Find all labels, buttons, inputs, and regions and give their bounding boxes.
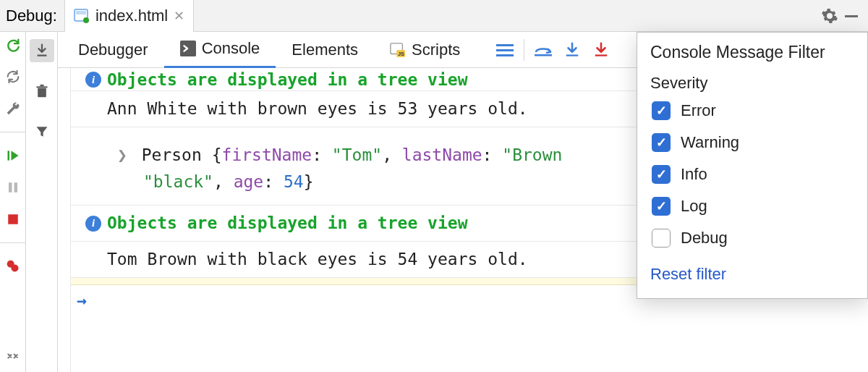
scroll-to-end-button[interactable] [30, 39, 54, 62]
filter-option-warning[interactable]: ✓Warning [652, 133, 854, 152]
check-icon: ✓ [656, 135, 667, 151]
minimize-icon[interactable] [841, 8, 862, 24]
tab-elements-label: Elements [292, 41, 358, 59]
menu-icon[interactable] [490, 43, 519, 57]
svg-point-2 [83, 17, 89, 23]
console-text: Objects are displayed in a tree view [107, 214, 468, 232]
filter-option-label: Error [681, 101, 716, 120]
svg-rect-12 [36, 86, 47, 88]
svg-rect-11 [38, 88, 46, 97]
console-text: Ann White with brown eyes is 53 years ol… [107, 99, 528, 118]
file-tab[interactable]: index.html ✕ [64, 0, 194, 32]
svg-rect-5 [9, 182, 12, 193]
chevron-right-icon[interactable]: ❯ [117, 145, 127, 164]
console-text: Tom Brown with black eyes is 54 years ol… [107, 250, 528, 269]
svg-rect-4 [7, 151, 9, 160]
pause-icon[interactable] [4, 179, 22, 196]
svg-rect-3 [845, 15, 858, 17]
svg-rect-23 [595, 54, 608, 56]
svg-rect-19 [496, 49, 514, 51]
reset-filter-link[interactable]: Reset filter [650, 265, 726, 284]
check-icon: ✓ [656, 198, 667, 214]
breakpoints-icon[interactable] [4, 258, 22, 275]
info-badge-icon: i [85, 72, 101, 88]
step-force-icon[interactable] [587, 42, 616, 58]
checkbox-icon[interactable]: ✓ [652, 197, 671, 216]
svg-rect-6 [14, 182, 17, 193]
tab-scripts-label: Scripts [412, 41, 460, 59]
console-text: Objects are displayed in a tree view [107, 68, 468, 91]
obj-eyes: black [153, 172, 203, 191]
filter-button[interactable] [30, 120, 54, 143]
filter-option-label: Warning [681, 133, 739, 152]
filter-section-label: Severity [650, 74, 854, 93]
svg-rect-21 [535, 54, 552, 56]
filter-option-label: Info [681, 165, 707, 184]
checkbox-icon[interactable]: ✓ [652, 165, 671, 184]
check-icon: ✓ [656, 166, 667, 182]
filter-option-log[interactable]: ✓Log [652, 197, 854, 216]
filter-option-debug[interactable]: Debug [652, 229, 854, 248]
resume-icon[interactable] [4, 147, 22, 164]
tab-debugger-label: Debugger [78, 41, 148, 59]
svg-text:JS: JS [398, 51, 404, 57]
object-class: Person [142, 145, 202, 164]
tab-console-label: Console [202, 39, 260, 58]
svg-rect-13 [40, 85, 43, 87]
svg-rect-7 [8, 214, 18, 224]
info-badge-icon: i [85, 216, 101, 232]
console-tab-icon [180, 41, 196, 56]
svg-rect-1 [76, 11, 86, 14]
svg-rect-22 [566, 54, 579, 56]
panel-name: Debug: [3, 7, 64, 25]
html-file-icon [74, 8, 90, 24]
stop-icon[interactable] [4, 211, 22, 228]
svg-rect-10 [37, 55, 46, 56]
checkbox-icon[interactable] [652, 229, 671, 248]
svg-rect-18 [496, 44, 514, 46]
obj-age: 54 [284, 172, 304, 191]
prompt-arrow-icon: → [77, 291, 87, 310]
obj-lastName: Brown [512, 145, 562, 164]
check-icon: ✓ [656, 103, 667, 119]
scripts-tab-icon: JS [390, 42, 406, 58]
step-over-icon[interactable] [529, 42, 558, 58]
svg-rect-20 [496, 54, 514, 56]
rerun-icon[interactable] [4, 36, 22, 54]
tab-scripts[interactable]: JS Scripts [374, 32, 476, 68]
filter-option-error[interactable]: ✓Error [652, 101, 854, 120]
checkbox-icon[interactable]: ✓ [652, 101, 671, 120]
obj-firstName: Tom [342, 145, 373, 164]
tab-console[interactable]: Console [164, 32, 276, 68]
console-message-filter-popup: Console Message Filter Severity ✓Error✓W… [637, 32, 868, 299]
tab-debugger[interactable]: Debugger [62, 32, 164, 68]
filter-option-info[interactable]: ✓Info [652, 165, 854, 184]
more-icon[interactable] [4, 347, 22, 365]
refresh-icon[interactable] [4, 68, 22, 85]
svg-point-9 [11, 265, 18, 272]
settings-gear-icon[interactable] [819, 7, 841, 25]
filter-title: Console Message Filter [650, 43, 854, 62]
wrench-icon[interactable] [4, 100, 22, 117]
clear-button[interactable] [30, 80, 54, 103]
filter-option-label: Debug [681, 229, 728, 248]
filter-option-label: Log [681, 197, 707, 216]
file-tab-name: index.html [95, 7, 168, 25]
close-tab-icon[interactable]: ✕ [174, 8, 184, 24]
step-into-icon[interactable] [558, 42, 587, 58]
tab-elements[interactable]: Elements [276, 32, 374, 68]
checkbox-icon[interactable]: ✓ [652, 133, 671, 152]
